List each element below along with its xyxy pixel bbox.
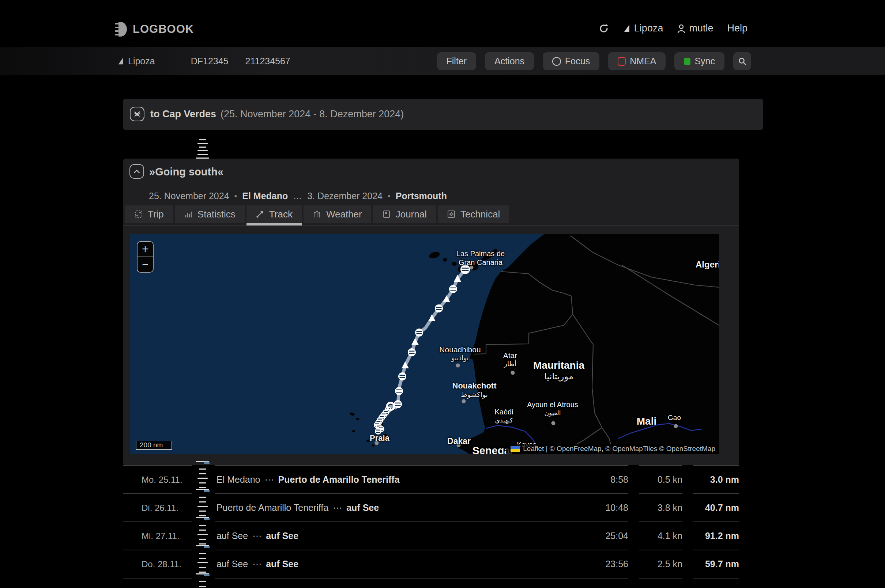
leg-end-date: 3. Dezember 2024 bbox=[307, 191, 383, 201]
island-shape bbox=[428, 251, 440, 259]
route-separator: ⋯ bbox=[265, 474, 274, 485]
search-button[interactable] bbox=[733, 52, 751, 70]
timeline-tick bbox=[199, 473, 206, 474]
leg-tabs: Trip Statistics Track bbox=[125, 206, 509, 223]
track-marker-harbor[interactable] bbox=[449, 285, 457, 293]
timeline-tick bbox=[199, 139, 206, 140]
timeline-tick bbox=[197, 478, 208, 479]
timeline-accent bbox=[204, 490, 210, 492]
zoom-out-button[interactable]: − bbox=[138, 257, 153, 272]
close-icon bbox=[134, 111, 140, 117]
journal-icon bbox=[382, 210, 391, 219]
focus-label: Focus bbox=[565, 56, 590, 66]
day-row[interactable]: Di. 26.11.Puerto de Amarillo Teneriffa⋯a… bbox=[123, 494, 739, 522]
vessel-selector[interactable]: Lipoza bbox=[117, 56, 155, 66]
day-timeline bbox=[192, 578, 215, 588]
island-shape bbox=[451, 262, 457, 266]
timeline-tick bbox=[199, 586, 206, 587]
tab-label: Track bbox=[269, 208, 293, 220]
map-attribution: Leaflet | © OpenFreeMap, © OpenMapTiles … bbox=[506, 444, 719, 454]
nmea-label: NMEA bbox=[630, 56, 656, 66]
tab-technical[interactable]: Technical bbox=[438, 206, 509, 223]
track-marker-harbor[interactable] bbox=[395, 387, 403, 395]
day-avg-speed: 3.8 kn bbox=[639, 494, 682, 522]
day-row[interactable]: Do. 28.11.auf See⋯auf See23:562.5 kn59.7… bbox=[123, 550, 739, 578]
filter-label: Filter bbox=[446, 56, 467, 66]
tab-label: Trip bbox=[148, 208, 164, 220]
tab-track[interactable]: Track bbox=[246, 206, 302, 223]
day-avg-speed: 2.5 kn bbox=[639, 550, 682, 578]
focus-toggle[interactable]: Focus bbox=[543, 52, 600, 70]
tab-statistics[interactable]: Statistics bbox=[175, 206, 245, 223]
day-date: Mo. 25.11. bbox=[123, 465, 192, 494]
column-gap bbox=[628, 578, 639, 588]
route-separator: ⋯ bbox=[252, 531, 261, 541]
day-route: Puerto de Amarillo Teneriffa⋯auf See bbox=[215, 494, 600, 522]
timeline-tick bbox=[197, 534, 208, 535]
route-from: Puerto de Amarillo Teneriffa bbox=[216, 502, 328, 513]
map-scale-control: 200 nm bbox=[136, 441, 172, 450]
zoom-in-button[interactable]: + bbox=[138, 242, 153, 256]
day-row[interactable]: Fr. 29.11.auf See⋯auf See24:012.1 kn50.4… bbox=[123, 578, 739, 588]
track-marker-harbor[interactable] bbox=[375, 428, 382, 435]
column-gap bbox=[682, 465, 693, 494]
search-icon bbox=[738, 57, 747, 66]
sync-label: Sync bbox=[694, 56, 715, 66]
app-logo[interactable]: LOGBOOK bbox=[114, 21, 194, 37]
timeline-tick bbox=[197, 154, 208, 155]
timeline-accent bbox=[204, 518, 210, 520]
refresh-button[interactable] bbox=[599, 23, 609, 34]
day-duration: 24:01 bbox=[600, 578, 628, 588]
column-gap bbox=[628, 550, 639, 578]
track-marker-harbor[interactable] bbox=[435, 304, 443, 312]
day-distance: 59.7 nm bbox=[693, 550, 739, 578]
day-row[interactable]: Mo. 25.11.El Medano⋯Puerto de Amarillo T… bbox=[123, 465, 739, 494]
leg-summary: 25. November 2024 • El Medano … 3. Dezem… bbox=[149, 191, 447, 201]
current-vessel-menu[interactable]: Lipoza bbox=[623, 22, 663, 34]
technical-icon bbox=[447, 210, 456, 219]
route-from: auf See bbox=[216, 531, 248, 541]
trip-close-button[interactable] bbox=[130, 107, 144, 122]
timeline-tick bbox=[199, 525, 206, 526]
day-date: Do. 28.11. bbox=[123, 550, 192, 578]
track-map[interactable]: Las Palmas deGran CanariaAlgeriNouadhibo… bbox=[130, 234, 719, 454]
route-to: Puerto de Amarillo Teneriffa bbox=[278, 474, 400, 485]
timeline-tick bbox=[199, 543, 206, 544]
island-shape bbox=[371, 444, 374, 447]
tab-trip[interactable]: Trip bbox=[125, 206, 173, 223]
user-menu[interactable]: mutle bbox=[677, 22, 713, 34]
help-link[interactable]: Help bbox=[727, 22, 747, 34]
trip-icon bbox=[134, 210, 143, 219]
timeline-accent bbox=[204, 462, 210, 464]
day-duration: 25:04 bbox=[600, 522, 628, 550]
leg-panel: »Going south« 25. November 2024 • El Med… bbox=[123, 159, 739, 465]
track-marker-harbor[interactable] bbox=[460, 265, 470, 274]
timeline-tick bbox=[199, 553, 206, 554]
timeline-accent bbox=[204, 574, 210, 576]
nmea-toggle[interactable]: NMEA bbox=[608, 52, 666, 70]
city-dot bbox=[456, 364, 460, 368]
tabs-divider bbox=[123, 225, 739, 226]
day-row[interactable]: Mi. 27.11.auf See⋯auf See25:044.1 kn91.2… bbox=[123, 522, 739, 550]
actions-button[interactable]: Actions bbox=[485, 52, 534, 70]
timeline-tick bbox=[199, 501, 206, 502]
tab-label: Technical bbox=[460, 208, 500, 220]
timeline-tick bbox=[199, 515, 206, 516]
track-marker-harbor[interactable] bbox=[398, 372, 406, 380]
sync-toggle[interactable]: Sync bbox=[675, 52, 724, 70]
app-title: LOGBOOK bbox=[133, 22, 194, 36]
sailboat-icon bbox=[623, 24, 631, 33]
timeline-tick bbox=[199, 567, 206, 568]
city-dot bbox=[551, 422, 556, 425]
sailboat-icon bbox=[117, 57, 124, 66]
tab-weather[interactable]: Weather bbox=[304, 206, 371, 223]
filter-button[interactable]: Filter bbox=[437, 52, 476, 70]
africa-landmass bbox=[457, 234, 719, 454]
island-shape bbox=[356, 418, 359, 420]
tab-journal[interactable]: Journal bbox=[373, 206, 436, 223]
leg-collapse-button[interactable] bbox=[129, 164, 144, 179]
track-marker-harbor[interactable] bbox=[415, 328, 423, 337]
track-marker-harbor[interactable] bbox=[408, 348, 416, 356]
route-to: auf See bbox=[266, 531, 298, 541]
timeline-tick bbox=[199, 510, 206, 512]
